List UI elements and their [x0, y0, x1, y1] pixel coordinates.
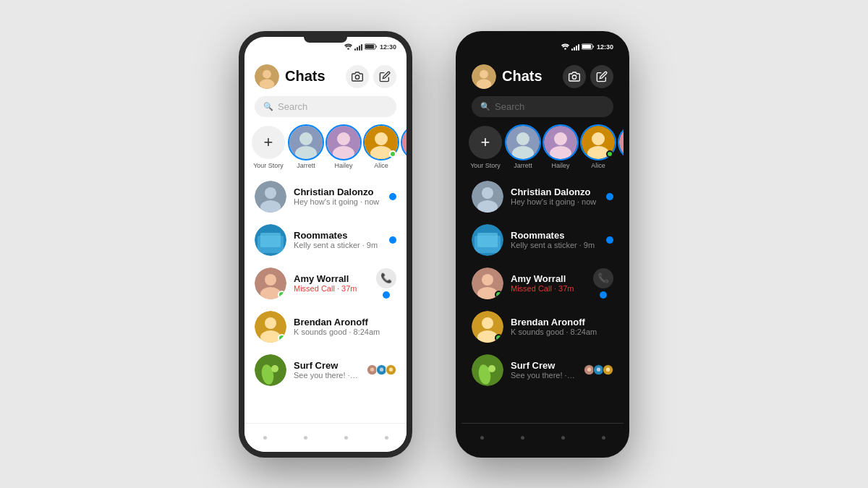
chat-list-light: Christian Dalonzo Hey how's it going · n…: [244, 175, 407, 423]
story-add-dark[interactable]: + Your Story: [469, 126, 502, 169]
add-story-button-dark[interactable]: +: [469, 126, 502, 159]
camera-button-light[interactable]: [346, 65, 369, 88]
chat-meta-roommates-dark: [606, 236, 613, 244]
chat-meta-amy-light: 📞: [376, 268, 396, 299]
chat-name-christian-dark: Christian Dalonzo: [511, 187, 599, 197]
chat-name-roommates-dark: Roommates: [511, 230, 599, 241]
chat-avatar-brendan-dark: [472, 311, 503, 343]
chat-avatar-christian-dark: [472, 181, 503, 213]
search-icon-light: 🔍: [263, 102, 273, 111]
chat-item-brendan-dark[interactable]: Brendan Aronoff K sounds good · 8:24am: [461, 305, 624, 348]
chat-preview-amy-light: Missed Call · 37m: [294, 284, 369, 293]
chat-item-christian-light[interactable]: Christian Dalonzo Hey how's it going · n…: [244, 175, 407, 218]
chat-item-roommates-dark[interactable]: Roommates Kelly sent a sticker · 9m: [461, 218, 624, 262]
your-story-label-dark: Your Story: [470, 162, 501, 169]
nav-item-1-dark: [480, 436, 484, 440]
story-jarrett-label-light: Jarrett: [297, 162, 315, 169]
svg-point-37: [380, 368, 383, 372]
camera-button-dark[interactable]: [563, 65, 586, 88]
search-icon-dark: 🔍: [480, 102, 490, 111]
nav-item-3-light: [344, 436, 348, 440]
chat-item-amy-dark[interactable]: Amy Worrall Missed Call · 37m 📞: [461, 262, 624, 305]
chat-preview-surf-light: See you there! · Mon: [294, 371, 359, 380]
chat-item-amy-light[interactable]: Amy Worrall Missed Call · 37m 📞: [244, 262, 407, 305]
chat-avatar-roommates-dark: [472, 224, 503, 256]
add-story-button-light[interactable]: +: [252, 126, 285, 159]
nav-item-2-dark: [521, 436, 524, 440]
notch: [304, 37, 347, 43]
app-header-light: Chats: [244, 57, 407, 93]
chat-avatar-amy-light: [255, 267, 286, 299]
story-jarrett-light[interactable]: Jarrett: [289, 126, 323, 169]
story-gordon-light[interactable]: Gordon: [402, 126, 407, 169]
user-avatar-dark[interactable]: [472, 64, 496, 89]
chat-item-christian-dark[interactable]: Christian Dalonzo Hey how's it going · n…: [461, 175, 624, 218]
story-alice-dark[interactable]: Alice: [582, 126, 615, 169]
edit-button-dark[interactable]: [590, 65, 613, 88]
chat-preview-christian-light: Hey how's it going · now: [294, 197, 382, 206]
chat-item-roommates-light[interactable]: Roommates Kelly sent a sticker · 9m: [244, 218, 407, 262]
chat-item-surf-dark[interactable]: Surf Crew See you there! · Mon: [461, 348, 624, 392]
story-hailey-light[interactable]: Hailey: [327, 126, 360, 169]
story-jarrett-label-dark: Jarrett: [514, 162, 532, 169]
svg-point-60: [482, 187, 493, 199]
search-bar-light[interactable]: 🔍 Search: [255, 96, 396, 117]
app-title-light: Chats: [285, 68, 340, 85]
chat-info-surf-dark: Surf Crew See you there! · Mon: [511, 360, 576, 380]
status-icons-light: 12:30: [344, 43, 396, 51]
svg-point-40: [564, 48, 566, 50]
svg-point-14: [375, 132, 388, 145]
chat-info-christian-dark: Christian Dalonzo Hey how's it going · n…: [511, 187, 599, 206]
chat-info-christian-light: Christian Dalonzo Hey how's it going · n…: [294, 187, 382, 206]
nav-item-1-light: [263, 436, 267, 440]
story-hailey-label-light: Hailey: [334, 162, 352, 169]
light-phone: 12:30 Chats: [239, 31, 412, 458]
story-hailey-dark[interactable]: Hailey: [544, 126, 577, 169]
chat-info-roommates-light: Roommates Kelly sent a sticker · 9m: [294, 230, 382, 249]
chat-item-brendan-light[interactable]: Brendan Aronoff K sounds good · 8:24am: [244, 305, 407, 348]
edit-button-light[interactable]: [373, 65, 396, 88]
story-gordon-dark[interactable]: Gordon: [619, 126, 624, 169]
svg-point-4: [263, 69, 271, 78]
user-avatar-light[interactable]: [255, 64, 279, 89]
unread-dot-roommates-light: [389, 236, 396, 244]
svg-rect-2: [365, 45, 374, 48]
chat-meta-surf-dark: [584, 364, 613, 375]
chat-preview-surf-dark: See you there! · Mon: [511, 371, 576, 380]
chat-info-surf-light: Surf Crew See you there! · Mon: [294, 360, 359, 380]
chat-avatar-brendan-light: [255, 311, 286, 343]
chat-info-amy-dark: Amy Worrall Missed Call · 37m: [511, 273, 586, 293]
your-story-label-light: Your Story: [253, 162, 284, 169]
chat-meta-roommates-light: [389, 236, 396, 244]
chat-meta-surf-light: [367, 364, 396, 375]
stories-row-light: + Your Story Jarrett: [244, 123, 407, 175]
chat-info-roommates-dark: Roommates Kelly sent a sticker · 9m: [511, 230, 599, 249]
chat-meta-christian-light: [389, 193, 396, 200]
story-alice-label-light: Alice: [374, 162, 388, 169]
chat-avatar-surf-light: [255, 354, 286, 386]
svg-point-75: [587, 368, 591, 372]
chat-item-surf-light[interactable]: Surf Crew See you there! · Mon: [244, 348, 407, 392]
chat-avatar-roommates-light: [255, 224, 286, 256]
notch-dark: [521, 37, 564, 43]
story-alice-light[interactable]: Alice: [365, 126, 398, 169]
dark-phone: 12:30 Chats: [456, 31, 629, 458]
unread-dot-amy-dark: [600, 291, 607, 299]
header-actions-light: [346, 65, 396, 88]
chat-name-amy-light: Amy Worrall: [294, 273, 369, 284]
story-hailey-label-dark: Hailey: [551, 162, 569, 169]
online-indicator-amy-light: [278, 291, 286, 299]
search-bar-dark[interactable]: 🔍 Search: [472, 96, 613, 117]
story-alice-label-dark: Alice: [591, 162, 605, 169]
story-add-light[interactable]: + Your Story: [252, 126, 285, 169]
svg-point-33: [271, 365, 278, 372]
chat-name-surf-light: Surf Crew: [294, 360, 359, 371]
chat-info-amy-light: Amy Worrall Missed Call · 37m: [294, 273, 369, 293]
bottom-nav-dark: [461, 423, 624, 452]
call-icon-amy-light[interactable]: 📞: [376, 268, 396, 288]
story-jarrett-dark[interactable]: Jarrett: [506, 126, 540, 169]
call-icon-amy-dark[interactable]: 📞: [593, 268, 613, 288]
chat-avatar-amy-dark: [472, 267, 503, 299]
chat-name-surf-dark: Surf Crew: [511, 360, 576, 371]
chat-list-dark: Christian Dalonzo Hey how's it going · n…: [461, 175, 624, 423]
